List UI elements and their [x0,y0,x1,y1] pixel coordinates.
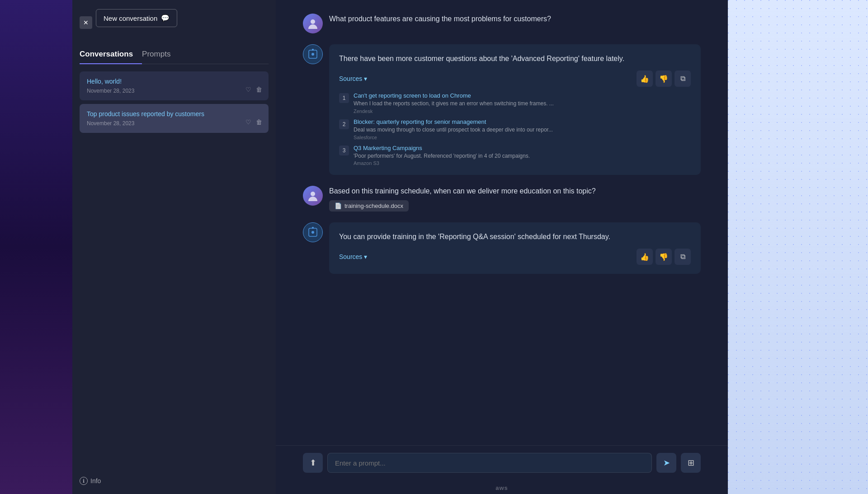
info-icon: ℹ [80,477,88,485]
conversation-actions-2: ♡ 🗑 [245,118,263,127]
message-row-4: You can provide training in the 'Reporti… [303,222,701,274]
favorite-button-2[interactable]: ♡ [245,118,252,127]
ai-bubble-1: There have been more customer questions … [329,44,701,175]
source-title-3[interactable]: Q3 Markerting Campaigns [354,145,530,151]
upload-icon: ⬆ [310,458,316,468]
grid-button[interactable]: ⊞ [681,453,701,473]
avatar-ai-1 [303,44,323,64]
svg-point-4 [311,192,315,196]
ai-bubble-2: You can provide training in the 'Reporti… [329,222,701,274]
conversation-actions-1: ♡ 🗑 [245,85,263,94]
message-text-1: What product features are causing the mo… [329,14,701,24]
sources-label-2: Sources [339,253,362,260]
message-content-1: What product features are causing the mo… [329,14,701,24]
new-conversation-label: New conversation [104,14,157,22]
delete-button-2[interactable]: 🗑 [255,118,263,127]
upload-button[interactable]: ⬆ [303,453,323,473]
conversation-item-2[interactable]: Top product issues reported by customers… [80,104,269,133]
source-origin-3: Amazon S3 [354,160,530,166]
source-item-3: 3 Q3 Markerting Campaigns 'Poor performe… [339,145,691,166]
delete-button-1[interactable]: 🗑 [255,85,263,94]
ai-message-text-2: You can provide training in the 'Reporti… [339,231,691,242]
thumbs-up-button-2[interactable]: 👍 [637,249,653,265]
tab-conversations[interactable]: Conversations [80,45,142,64]
source-info-2: Blocker: quarterly reporting for senior … [354,118,553,140]
close-button[interactable]: ✕ [80,16,92,29]
aws-badge: aws [276,482,728,494]
sources-button-1[interactable]: Sources ▾ [339,75,367,82]
favorite-button-1[interactable]: ♡ [245,85,252,94]
prompt-input[interactable] [327,453,652,473]
message-row-2: There have been more customer questions … [303,44,701,175]
send-icon: ➤ [663,458,670,468]
source-excerpt-3: 'Poor performers' for August. Referenced… [354,152,530,160]
conversation-title-2: Top product issues reported by customers [87,110,261,118]
sources-list-1: 1 Can't get reporting screen to load on … [339,92,691,166]
file-name: training-schedule.docx [344,202,403,209]
tab-prompts[interactable]: Prompts [142,45,179,64]
svg-point-2 [311,53,314,56]
aws-label: aws [495,485,508,491]
message-row-3: Based on this training schedule, when ca… [303,186,701,212]
action-buttons-2: 👍 👎 ⧉ [637,249,691,265]
source-num-1: 1 [339,93,349,103]
message-text-3: Based on this training schedule, when ca… [329,186,701,197]
copy-button-1[interactable]: ⧉ [675,71,691,87]
source-origin-2: Salesforce [354,135,553,140]
chat-input-area: ⬆ ➤ ⊞ [276,445,728,482]
tabs: Conversations Prompts [80,45,269,64]
info-label: Info [90,477,101,485]
chat-messages: What product features are causing the mo… [276,0,728,445]
conversation-date-1: November 28, 2023 [87,88,261,94]
info-button[interactable]: ℹ Info [80,472,101,485]
send-button[interactable]: ➤ [656,453,676,473]
sources-button-2[interactable]: Sources ▾ [339,253,367,260]
svg-point-6 [311,231,314,234]
source-num-3: 3 [339,146,349,155]
sources-label-1: Sources [339,75,362,82]
left-sidebar [0,0,72,494]
source-title-1[interactable]: Can't get reporting screen to load on Ch… [354,92,554,99]
thumbs-down-button-1[interactable]: 👎 [656,71,672,87]
conversation-date-2: November 28, 2023 [87,120,261,127]
ai-message-text-1: There have been more customer questions … [339,53,691,64]
new-conversation-button[interactable]: New conversation 💬 [96,9,177,27]
file-icon: 📄 [335,202,342,209]
message-row-1: What product features are causing the mo… [303,14,701,33]
source-info-1: Can't get reporting screen to load on Ch… [354,92,554,114]
conversation-item-1[interactable]: Hello, world! November 28, 2023 ♡ 🗑 [80,71,269,100]
source-num-2: 2 [339,119,349,129]
main-panel: ✕ New conversation 💬 Conversations Promp… [72,0,276,494]
svg-rect-3 [312,49,314,51]
source-info-3: Q3 Markerting Campaigns 'Poor performers… [354,145,530,166]
avatar-human-2 [303,186,323,206]
thumbs-up-button-1[interactable]: 👍 [637,71,653,87]
action-buttons-1: 👍 👎 ⧉ [637,71,691,87]
right-panel [728,0,868,494]
sources-row-1: Sources ▾ 👍 👎 ⧉ [339,71,691,87]
copy-button-2[interactable]: ⧉ [675,249,691,265]
avatar-ai-2 [303,222,323,242]
conversation-title-1: Hello, world! [87,78,261,85]
conversation-list: Hello, world! November 28, 2023 ♡ 🗑 Top … [80,71,269,472]
svg-point-0 [311,19,315,24]
source-item-1: 1 Can't get reporting screen to load on … [339,92,691,114]
file-attachment: 📄 training-schedule.docx [329,200,409,212]
grid-icon: ⊞ [688,458,694,468]
sources-row-2: Sources ▾ 👍 👎 ⧉ [339,249,691,265]
chat-icon: 💬 [161,14,170,22]
source-excerpt-1: When I load the reports section, it give… [354,100,554,108]
svg-rect-7 [312,227,314,229]
chat-area: What product features are causing the mo… [276,0,728,494]
chevron-down-icon-2: ▾ [364,253,367,260]
source-origin-1: Zendesk [354,108,554,114]
source-title-2[interactable]: Blocker: quarterly reporting for senior … [354,118,553,125]
source-item-2: 2 Blocker: quarterly reporting for senio… [339,118,691,140]
avatar-human-1 [303,14,323,33]
thumbs-down-button-2[interactable]: 👎 [656,249,672,265]
chevron-down-icon-1: ▾ [364,75,367,82]
message-content-3: Based on this training schedule, when ca… [329,186,701,212]
source-excerpt-2: Deal was moving through to close until p… [354,126,553,134]
close-icon: ✕ [83,19,89,26]
dots-pattern [728,0,868,494]
